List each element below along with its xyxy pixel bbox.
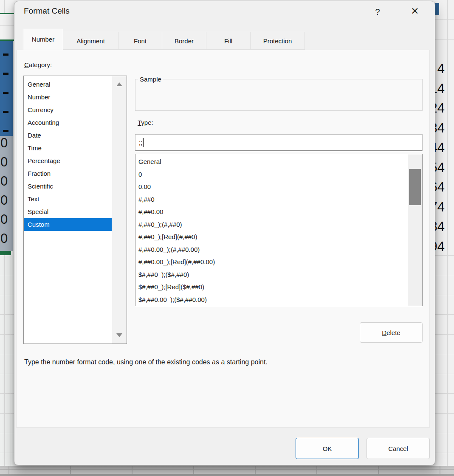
tab[interactable]: Protection xyxy=(250,32,305,50)
gridline xyxy=(0,374,14,374)
clipped-cell-text xyxy=(3,92,8,94)
type-list-item[interactable]: #,##0_);(#,##0) xyxy=(135,218,407,231)
scroll-thumb[interactable] xyxy=(409,169,421,205)
selected-cells-dark-blue xyxy=(0,41,13,136)
category-item[interactable]: Scientific xyxy=(24,180,112,193)
worksheet-cells xyxy=(0,255,14,466)
type-label: Type: xyxy=(138,119,153,126)
gridline xyxy=(435,453,454,453)
category-item[interactable]: Time xyxy=(24,142,112,155)
selection-border-green xyxy=(0,251,11,255)
category-item[interactable]: Currency xyxy=(24,104,112,116)
gridline xyxy=(440,466,440,474)
gridline xyxy=(0,469,454,470)
dialog-title: Format Cells xyxy=(24,6,70,16)
gridline xyxy=(435,39,454,40)
gridline xyxy=(8,466,9,474)
category-item[interactable]: Number xyxy=(24,91,112,104)
type-list-item[interactable]: $#,##0_);($#,##0) xyxy=(135,268,407,281)
gridline xyxy=(435,19,454,20)
worksheet-bottom-rows xyxy=(0,466,454,476)
category-listbox: GeneralNumberCurrencyAccountingDateTimeP… xyxy=(23,76,127,344)
category-item[interactable]: General xyxy=(24,78,112,91)
sample-legend: Sample xyxy=(138,76,163,83)
cancel-button[interactable]: Cancel xyxy=(367,438,430,459)
gridline xyxy=(0,25,14,26)
gridline xyxy=(435,275,454,275)
delete-button[interactable]: Delete xyxy=(360,322,423,343)
gridline xyxy=(435,374,454,374)
tab[interactable]: Border xyxy=(162,32,206,50)
gridline xyxy=(255,466,256,474)
gridline xyxy=(0,314,14,315)
help-icon[interactable]: ? xyxy=(370,5,385,18)
gridline xyxy=(435,393,454,394)
gridline xyxy=(193,466,194,474)
sample-groupbox: Sample xyxy=(135,76,423,111)
gridline xyxy=(0,433,14,433)
type-list-item[interactable]: 0 xyxy=(135,168,407,181)
gridline xyxy=(0,295,14,295)
spreadsheet-cell-value: 0 xyxy=(0,133,11,152)
gridline xyxy=(447,0,448,466)
gridline xyxy=(378,466,379,474)
type-input[interactable]: ;; xyxy=(135,134,423,151)
gridline xyxy=(132,466,133,474)
tab[interactable]: Fill xyxy=(206,32,251,50)
gridline xyxy=(435,413,454,414)
close-icon[interactable]: ✕ xyxy=(408,5,422,18)
helper-text: Type the number format code, using one o… xyxy=(24,358,268,366)
type-input-value: ;; xyxy=(139,139,142,146)
type-list-item[interactable]: #,##0.00 xyxy=(135,206,407,218)
type-list-item[interactable]: #,##0.00_);(#,##0.00) xyxy=(135,243,407,256)
gridline xyxy=(11,255,11,466)
type-list-item[interactable]: #,##0 xyxy=(135,193,407,206)
gridline xyxy=(435,295,454,295)
clipped-cell-text xyxy=(3,54,8,56)
category-item[interactable]: Percentage xyxy=(24,155,112,167)
text-caret xyxy=(143,138,144,147)
gridline xyxy=(0,275,14,275)
type-list-item[interactable]: #,##0.00_);[Red](#,##0.00) xyxy=(135,256,407,268)
clipped-cell-values: 000000 xyxy=(0,133,11,248)
tab[interactable]: Alignment xyxy=(63,32,118,50)
spreadsheet-cell-value: 0 xyxy=(0,229,11,248)
type-list-item[interactable]: $#,##0_);[Red]($#,##0) xyxy=(135,281,407,293)
clipped-selected-cell xyxy=(435,3,439,15)
number-tab-panel: Category: GeneralNumberCurrencyAccountin… xyxy=(16,50,430,428)
type-list-item[interactable]: $#,##0.00_);($#,##0.00) xyxy=(135,293,407,306)
category-item[interactable]: Accounting xyxy=(24,116,112,129)
ok-button[interactable]: OK xyxy=(296,438,359,459)
scroll-down-icon[interactable] xyxy=(116,333,122,337)
category-item[interactable]: Fraction xyxy=(24,167,112,180)
clipped-cell-text xyxy=(3,130,8,132)
type-code-listbox: General00.00#,##0#,##0.00#,##0_);(#,##0)… xyxy=(135,154,423,306)
type-list-item[interactable]: General xyxy=(135,155,407,168)
tab[interactable]: Number xyxy=(23,29,63,50)
gridline xyxy=(70,466,71,474)
tab[interactable]: Font xyxy=(118,32,162,50)
type-list-item[interactable]: #,##0_);[Red](#,##0) xyxy=(135,231,407,243)
gridline xyxy=(0,354,14,354)
gridline xyxy=(435,314,454,315)
type-list-item[interactable]: 0.00 xyxy=(135,180,407,193)
gridline xyxy=(4,255,5,466)
spreadsheet-cell-value: 0 xyxy=(0,172,11,191)
gridline xyxy=(0,334,14,335)
type-list-scrollbar[interactable] xyxy=(408,154,422,306)
gridline xyxy=(435,433,454,433)
gridline xyxy=(0,393,14,394)
selection-border-green xyxy=(0,13,14,14)
worksheet-left-column: 000000 xyxy=(0,0,14,466)
category-item[interactable]: Date xyxy=(24,129,112,142)
clipped-cell-text xyxy=(3,111,8,113)
category-item[interactable]: Custom xyxy=(24,218,112,231)
spreadsheet-cell-value: 0 xyxy=(0,191,11,210)
category-item[interactable]: Special xyxy=(24,206,112,218)
category-item[interactable]: Text xyxy=(24,193,112,206)
gridline xyxy=(435,354,454,354)
clipped-cell-text xyxy=(3,73,8,75)
gridline xyxy=(4,0,5,13)
scroll-up-icon[interactable] xyxy=(116,82,122,86)
category-scrollbar[interactable] xyxy=(112,76,127,344)
